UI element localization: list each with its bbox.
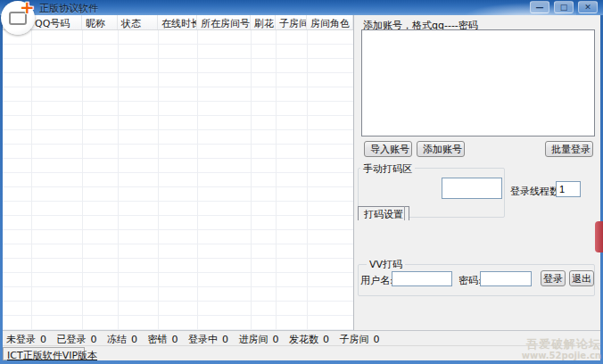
window-title: 正版协议软件: [39, 2, 98, 15]
screen-capture-overlay-icon[interactable]: +: [0, 0, 37, 37]
account-table-body[interactable]: [3, 30, 353, 330]
status-bar-bottom: ICT正版软件VIP版本: [3, 345, 600, 360]
grid-column-line: [197, 30, 198, 330]
grid-column-line: [82, 30, 83, 330]
maximize-button[interactable]: □: [554, 1, 574, 13]
username-label: 用户名:: [360, 274, 393, 287]
window-controls: — □ ✕: [530, 1, 598, 13]
version-label: ICT正版软件VIP版本: [7, 350, 97, 361]
status-item: 已登录0: [57, 334, 97, 345]
captcha-input[interactable]: [442, 178, 502, 199]
status-item: 登录中0: [188, 334, 228, 345]
column-header-flowers[interactable]: 刷花: [251, 15, 276, 29]
status-item: 未登录0: [6, 334, 46, 345]
column-header-room-role[interactable]: 房间角色: [307, 15, 353, 29]
manual-captcha-group-label: 手动打码区: [360, 162, 415, 176]
status-bar: 未登录0 已登录0 冻结0 密错0 登录中0 进房间0 发花数0 子房间0: [3, 330, 600, 345]
status-item: 子房间0: [340, 334, 380, 345]
captcha-service-group-label: VV打码: [367, 258, 405, 271]
add-account-button[interactable]: 添加账号: [417, 141, 465, 157]
import-accounts-button[interactable]: 导入账号: [364, 141, 412, 157]
username-input[interactable]: [392, 271, 452, 286]
plus-icon: +: [20, 0, 35, 18]
login-button[interactable]: 登录: [541, 270, 566, 286]
version-label-box: ICT正版软件VIP版本: [3, 347, 85, 360]
column-header-status[interactable]: 状态: [118, 15, 158, 29]
grid-column-line: [276, 30, 277, 330]
status-item: 进房间0: [239, 334, 279, 345]
password-label: 密码:: [458, 274, 482, 287]
status-item: 冻结0: [107, 334, 137, 345]
tab-separator: [404, 206, 405, 220]
column-header-room-number[interactable]: 所在房间号: [197, 15, 251, 29]
minimize-button[interactable]: —: [530, 1, 549, 13]
grid-column-line: [31, 30, 32, 330]
close-button[interactable]: ✕: [578, 1, 598, 13]
status-item: 发花数0: [289, 334, 329, 345]
grid-column-line: [307, 30, 308, 330]
login-thread-count-input[interactable]: [556, 181, 581, 197]
grid-column-line: [251, 30, 252, 330]
control-panel: 添加账号，格式qq----密码 导入账号 添加账号 批量登录 手动打码区 登录线…: [354, 15, 600, 330]
account-table: QQ号码 昵称 状态 在线时长 所在房间号 刷花 子房间 房间角色: [3, 15, 354, 330]
column-header-online-time[interactable]: 在线时长: [158, 15, 197, 29]
status-item: 密错0: [148, 334, 178, 345]
account-table-header: QQ号码 昵称 状态 在线时长 所在房间号 刷花 子房间 房间角色: [3, 15, 353, 30]
grid-column-line: [158, 30, 159, 330]
app-window: 正版协议软件 — □ ✕ QQ号码 昵称 状态 在线时长 所在房间号 刷花 子房…: [0, 0, 603, 364]
login-thread-count-label: 登录线程数: [510, 185, 559, 198]
grid-column-line: [118, 30, 119, 330]
client-area: QQ号码 昵称 状态 在线时长 所在房间号 刷花 子房间 房间角色: [3, 15, 600, 360]
column-header-subroom[interactable]: 子房间: [276, 15, 307, 29]
password-input[interactable]: [480, 271, 532, 286]
red-edge-tag: [595, 221, 603, 252]
column-header-nickname[interactable]: 昵称: [82, 15, 118, 29]
accounts-input[interactable]: [361, 29, 595, 136]
batch-login-button[interactable]: 批量登录: [545, 141, 593, 157]
tab-captcha-settings[interactable]: 打码设置: [358, 206, 409, 220]
exit-button[interactable]: 退出: [569, 270, 594, 286]
column-header-qq-number[interactable]: QQ号码: [31, 15, 82, 29]
titlebar[interactable]: 正版协议软件 — □ ✕: [0, 0, 603, 15]
